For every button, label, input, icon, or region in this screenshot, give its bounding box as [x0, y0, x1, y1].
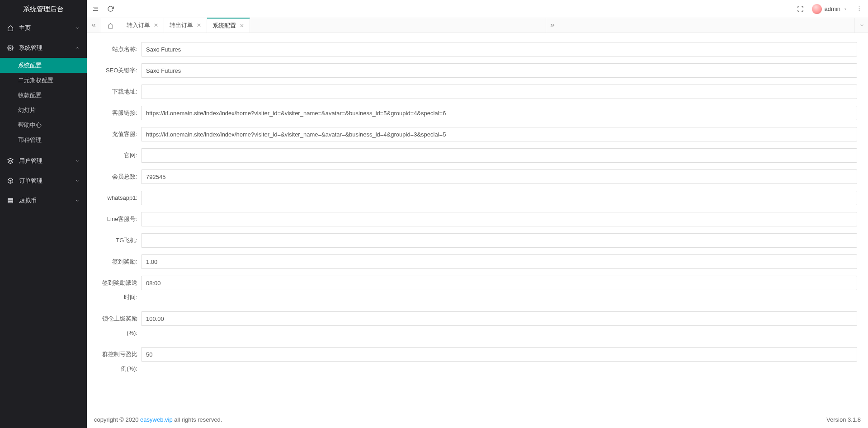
chevron-down-icon	[75, 198, 80, 203]
fullscreen-button[interactable]	[797, 5, 804, 12]
cube-icon	[7, 178, 14, 184]
form-label: TG飞机:	[98, 233, 141, 248]
layers-icon	[7, 158, 14, 164]
form-label: 站点名称:	[98, 42, 141, 56]
tab-transfer-out[interactable]: 转出订单 ✕	[164, 18, 207, 33]
topbar: admin	[87, 0, 868, 18]
tab-label: 转入订单	[127, 21, 150, 29]
user-name: admin	[825, 5, 840, 12]
avatar	[812, 4, 822, 14]
svg-point-11	[859, 10, 860, 11]
version: Version 3.1.8	[826, 416, 861, 423]
sidebar-sub-binary-config[interactable]: 二元期权配置	[0, 73, 87, 88]
sidebar-sub-help[interactable]: 帮助中心	[0, 118, 87, 132]
form-input[interactable]	[141, 85, 857, 99]
form-input[interactable]	[141, 347, 857, 362]
svg-rect-3	[8, 198, 13, 199]
form-row: 官网:	[98, 148, 857, 163]
sidebar-sub-currency[interactable]: 币种管理	[0, 132, 87, 147]
sidebar: 系统管理后台 主页 系统管理 系统配置 二元期权配置 收款配置 幻灯片 帮助中心…	[0, 0, 87, 428]
sidebar-menu: 主页 系统管理 系统配置 二元期权配置 收款配置 幻灯片 帮助中心 币种管理 用…	[0, 18, 87, 428]
user-menu[interactable]: admin	[812, 4, 848, 14]
form-label: 群控制亏盈比例(%):	[98, 347, 141, 376]
svg-rect-5	[8, 202, 13, 202]
form-row: 站点名称:	[98, 42, 857, 56]
form-row: 客服链接:	[98, 106, 857, 120]
sidebar-item-label: 系统管理	[19, 44, 42, 52]
close-icon[interactable]: ✕	[154, 22, 158, 28]
home-icon	[108, 23, 113, 28]
refresh-button[interactable]	[107, 5, 114, 12]
svg-rect-4	[8, 200, 13, 201]
tab-label: 系统配置	[212, 22, 236, 30]
form-input[interactable]	[141, 276, 857, 290]
sidebar-item-label: 虚拟币	[19, 197, 37, 205]
sidebar-item-label: 系统配置	[18, 61, 42, 70]
tabs-scroll-right[interactable]	[546, 18, 559, 33]
tab-system-config[interactable]: 系统配置 ✕	[207, 18, 250, 33]
form-input[interactable]	[141, 254, 857, 269]
collapse-sidebar-button[interactable]	[92, 5, 99, 12]
tabs-scroll-left[interactable]	[87, 18, 100, 33]
form-label: whatsapp1:	[98, 191, 141, 205]
tab-label: 转出订单	[170, 21, 193, 29]
form-input[interactable]	[141, 311, 857, 326]
form-row: 签到奖励:	[98, 254, 857, 269]
form-label: 充值客服:	[98, 127, 141, 141]
form-label: 下载地址:	[98, 85, 141, 99]
sidebar-item-label: 订单管理	[19, 177, 42, 185]
form-input[interactable]	[141, 169, 857, 184]
form-label: Line客服号:	[98, 212, 141, 226]
copyright-post: all rights reserved.	[173, 416, 222, 423]
sidebar-item-label: 币种管理	[18, 136, 42, 144]
form-label: 官网:	[98, 148, 141, 163]
chevron-down-icon	[75, 179, 80, 183]
sidebar-item-users[interactable]: 用户管理	[0, 151, 87, 171]
form-row: 签到奖励派送时间:	[98, 276, 857, 305]
form-input[interactable]	[141, 127, 857, 141]
form-input[interactable]	[141, 148, 857, 163]
form-input[interactable]	[141, 63, 857, 78]
sidebar-item-label: 幻灯片	[18, 106, 36, 114]
sidebar-item-system[interactable]: 系统管理	[0, 38, 87, 58]
footer-link[interactable]: easyweb.vip	[140, 416, 173, 423]
form-input[interactable]	[141, 106, 857, 120]
sidebar-sub-payment-config[interactable]: 收款配置	[0, 88, 87, 103]
svg-point-0	[9, 47, 11, 49]
close-icon[interactable]: ✕	[240, 23, 244, 29]
svg-point-10	[859, 9, 860, 9]
more-button[interactable]	[856, 5, 863, 12]
form-label: SEO关键字:	[98, 63, 141, 78]
form-label: 签到奖励:	[98, 254, 141, 269]
form-row: 锁仓上级奖励(%):	[98, 311, 857, 340]
form-panel: 站点名称:SEO关键字:下载地址:客服链接:充值客服:官网:会员总数:whats…	[87, 33, 868, 411]
sidebar-item-label: 收款配置	[18, 91, 42, 99]
form-input[interactable]	[141, 42, 857, 56]
copyright-pre: copyright © 2020	[94, 416, 140, 423]
form-row: TG飞机:	[98, 233, 857, 248]
sidebar-item-crypto[interactable]: 虚拟币	[0, 191, 87, 211]
form-input[interactable]	[141, 212, 857, 226]
sidebar-item-label: 帮助中心	[18, 121, 42, 129]
sidebar-sub-system-config[interactable]: 系统配置	[0, 58, 87, 73]
sidebar-item-label: 二元期权配置	[18, 76, 53, 85]
sidebar-sub-slides[interactable]: 幻灯片	[0, 103, 87, 118]
sidebar-item-label: 主页	[19, 24, 31, 32]
form-input[interactable]	[141, 191, 857, 205]
form-row: SEO关键字:	[98, 63, 857, 78]
copyright: copyright © 2020 easyweb.vip all rights …	[94, 416, 222, 423]
tabs-dropdown[interactable]	[854, 18, 868, 33]
svg-point-9	[859, 6, 860, 7]
sidebar-item-orders[interactable]: 订单管理	[0, 171, 87, 191]
form-input[interactable]	[141, 233, 857, 248]
form-label: 锁仓上级奖励(%):	[98, 311, 141, 340]
form-label: 签到奖励派送时间:	[98, 276, 141, 305]
form-row: 下载地址:	[98, 85, 857, 99]
tab-home[interactable]	[100, 18, 121, 33]
form-row: whatsapp1:	[98, 191, 857, 205]
tab-transfer-in[interactable]: 转入订单 ✕	[121, 18, 164, 33]
form-label: 会员总数:	[98, 169, 141, 184]
sidebar-item-home[interactable]: 主页	[0, 18, 87, 38]
close-icon[interactable]: ✕	[197, 22, 201, 28]
svg-marker-1	[8, 158, 13, 161]
